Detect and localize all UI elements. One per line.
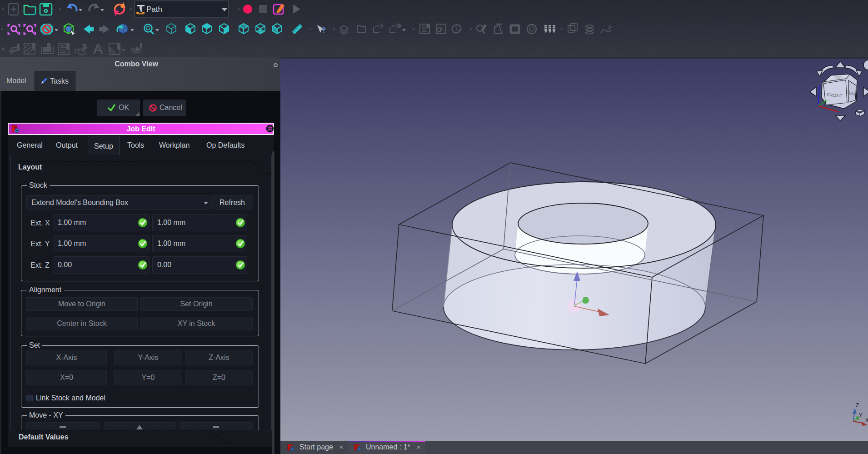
svg-text:Y: Y: [859, 412, 863, 419]
svg-text:Path: Path: [146, 5, 162, 14]
svg-text:Z: Z: [856, 402, 859, 409]
svg-text:X: X: [865, 417, 868, 424]
svg-text:TOP: TOP: [834, 75, 842, 80]
svg-text:?: ?: [321, 26, 326, 35]
